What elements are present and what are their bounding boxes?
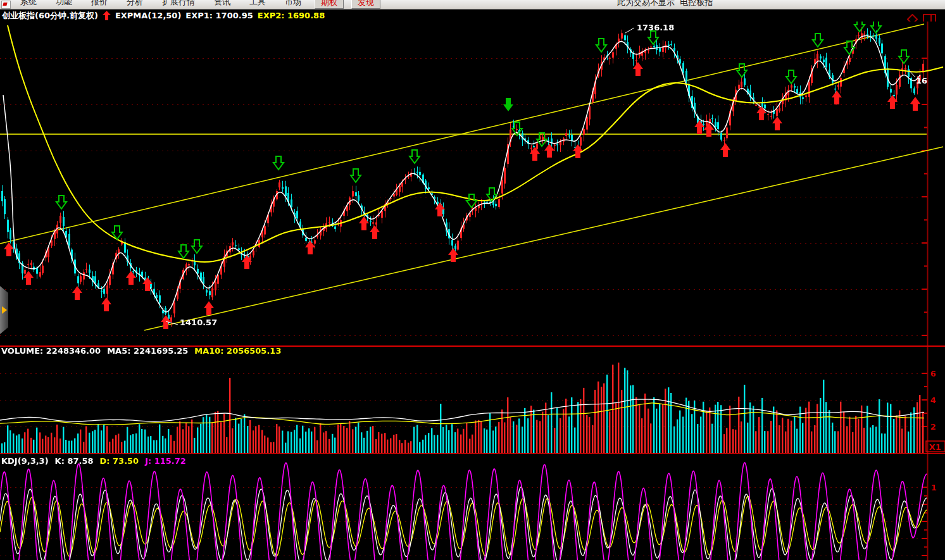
annotation-right-edge: 16 <box>916 76 927 85</box>
annotation-low: 1410.57 <box>180 318 217 327</box>
menu-item-10[interactable]: 发现 <box>351 0 380 9</box>
volume-header: VOLUME: 2248346.00 MA5: 2241695.25 MA10:… <box>1 346 281 356</box>
indicator-label: EXPMA(12,50) <box>115 11 181 20</box>
sidebar-expand-handle[interactable] <box>0 286 8 334</box>
menu-right-text: 此为交易不显示 电控板指 <box>617 0 713 8</box>
menu-bar: 系统功能报价分析扩展行情资讯工具市场期权发现 此为交易不显示 电控板指 <box>0 0 945 9</box>
menu-item-9[interactable]: 期权 <box>315 0 344 9</box>
kdj-d-value: D: 73.50 <box>100 456 139 466</box>
menu-item-5[interactable]: 扩展行情 <box>153 0 204 8</box>
menu-item-3[interactable]: 报价 <box>82 0 117 8</box>
menu-item-4[interactable]: 分析 <box>117 0 153 8</box>
volume-value: VOLUME: 2248346.00 <box>1 346 101 356</box>
menu-item-7[interactable]: 工具 <box>240 0 275 8</box>
kdj-name: KDJ(9,3,3) <box>1 456 49 466</box>
kdj-j-value: J: 115.72 <box>145 456 186 466</box>
menu-item-2[interactable]: 功能 <box>46 0 82 8</box>
menu-item-8[interactable]: 市场 <box>275 0 311 8</box>
exp1-value: EXP1: 1700.95 <box>185 11 253 20</box>
app-logo-icon <box>1 1 11 9</box>
menu-item-6[interactable]: 资讯 <box>204 0 240 8</box>
red-up-arrow-icon <box>103 11 111 20</box>
chart-header: 创业板指(60分钟.前复权) EXPMA(12,50) EXP1: 1700.9… <box>0 9 945 22</box>
menu-item-1[interactable]: 系统 <box>11 0 46 8</box>
menu-items: 系统功能报价分析扩展行情资讯工具市场期权发现 <box>0 0 945 9</box>
chart-title: 创业板指(60分钟.前复权) <box>2 10 98 22</box>
volume-ma10-value: MA10: 2056505.13 <box>194 346 281 356</box>
exp2-value: EXP2: 1690.88 <box>258 11 325 20</box>
volume-ma5-value: MA5: 2241695.25 <box>107 346 188 356</box>
annotation-high: 1736.18 <box>637 23 674 32</box>
main-price-chart[interactable] <box>0 22 945 345</box>
kdj-chart[interactable] <box>0 454 945 560</box>
expand-arrow-icon <box>2 306 7 314</box>
trading-app-window: 系统功能报价分析扩展行情资讯工具市场期权发现 此为交易不显示 电控板指 创业板指… <box>0 0 945 560</box>
volume-chart[interactable] <box>0 345 945 454</box>
kdj-header: KDJ(9,3,3) K: 87.58 D: 73.50 J: 115.72 <box>1 456 186 466</box>
kdj-k-value: K: 87.58 <box>55 456 94 466</box>
